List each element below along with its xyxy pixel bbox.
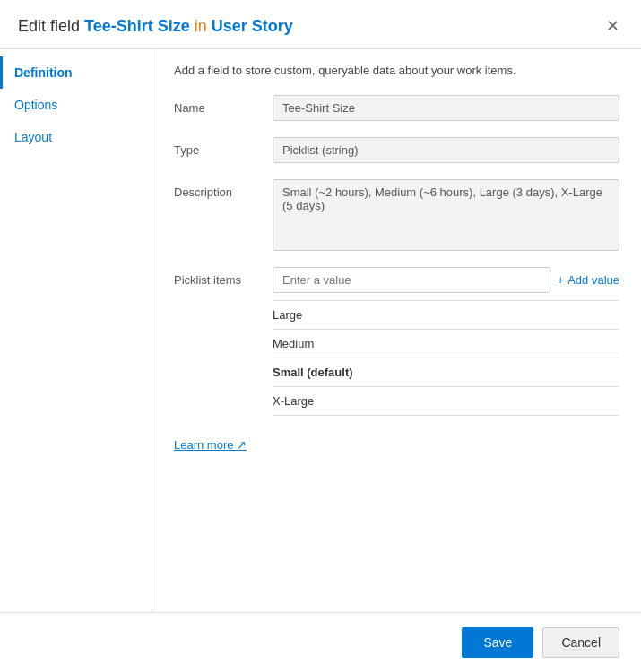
main-content: Add a field to store custom, queryable d…	[152, 49, 641, 612]
close-button[interactable]: ✕	[602, 14, 623, 38]
dialog-footer: Save Cancel	[0, 612, 641, 672]
title-context: User Story	[212, 17, 293, 35]
picklist-item-value: X-Large	[273, 394, 314, 408]
plus-icon: +	[558, 273, 565, 287]
add-value-label: Add value	[567, 273, 619, 287]
learn-more-row: Learn more ↗	[174, 437, 619, 452]
learn-more-link[interactable]: Learn more ↗	[174, 438, 247, 452]
title-field: Tee-Shirt Size	[84, 17, 190, 35]
title-prefix: Edit field	[18, 17, 84, 35]
picklist-items-list: Large Medium Small (default) X-Large	[273, 300, 619, 416]
type-label: Type	[174, 137, 273, 157]
picklist-content: + Add value Large Medium Small (default)	[273, 267, 619, 416]
edit-field-dialog: Edit field Tee-Shirt Size in User Story …	[0, 0, 641, 672]
save-button[interactable]: Save	[462, 627, 533, 658]
list-item: Medium	[273, 330, 619, 358]
sidebar-item-options-label: Options	[14, 98, 57, 112]
sidebar-item-options[interactable]: Options	[0, 89, 152, 121]
section-description: Add a field to store custom, queryable d…	[174, 64, 619, 77]
list-item: X-Large	[273, 387, 619, 416]
description-label: Description	[174, 179, 273, 199]
picklist-label: Picklist items	[174, 267, 273, 287]
description-textarea[interactable]: Small (~2 hours), Medium (~6 hours), Lar…	[273, 179, 619, 251]
title-in: in	[190, 17, 212, 35]
type-field-row: Type	[174, 137, 619, 163]
picklist-value-input[interactable]	[273, 267, 550, 293]
sidebar-item-layout[interactable]: Layout	[0, 121, 152, 153]
cancel-button[interactable]: Cancel	[542, 627, 619, 658]
picklist-item-value: Small (default)	[273, 366, 353, 379]
list-item: Small (default)	[273, 358, 619, 387]
sidebar-item-layout-label: Layout	[14, 130, 52, 144]
name-field-row: Name	[174, 95, 619, 121]
cancel-label: Cancel	[561, 635, 601, 650]
learn-more-label: Learn more ↗	[174, 438, 247, 452]
name-label: Name	[174, 95, 273, 115]
dialog-body: Definition Options Layout Add a field to…	[0, 49, 641, 612]
picklist-add-row: + Add value	[273, 267, 619, 293]
save-label: Save	[483, 635, 512, 650]
name-input[interactable]	[273, 95, 619, 121]
sidebar-item-definition[interactable]: Definition	[0, 56, 152, 89]
sidebar: Definition Options Layout	[0, 49, 152, 612]
list-item: Large	[273, 301, 619, 330]
type-input[interactable]	[273, 137, 619, 163]
dialog-title: Edit field Tee-Shirt Size in User Story	[18, 17, 293, 36]
sidebar-item-definition-label: Definition	[14, 65, 73, 80]
add-value-button[interactable]: + Add value	[558, 273, 619, 287]
close-icon: ✕	[606, 17, 619, 35]
picklist-section: Picklist items + Add value Large	[174, 267, 619, 416]
picklist-item-value: Medium	[273, 337, 314, 350]
dialog-header: Edit field Tee-Shirt Size in User Story …	[0, 0, 641, 49]
picklist-item-value: Large	[273, 308, 302, 322]
description-field-row: Description Small (~2 hours), Medium (~6…	[174, 179, 619, 251]
